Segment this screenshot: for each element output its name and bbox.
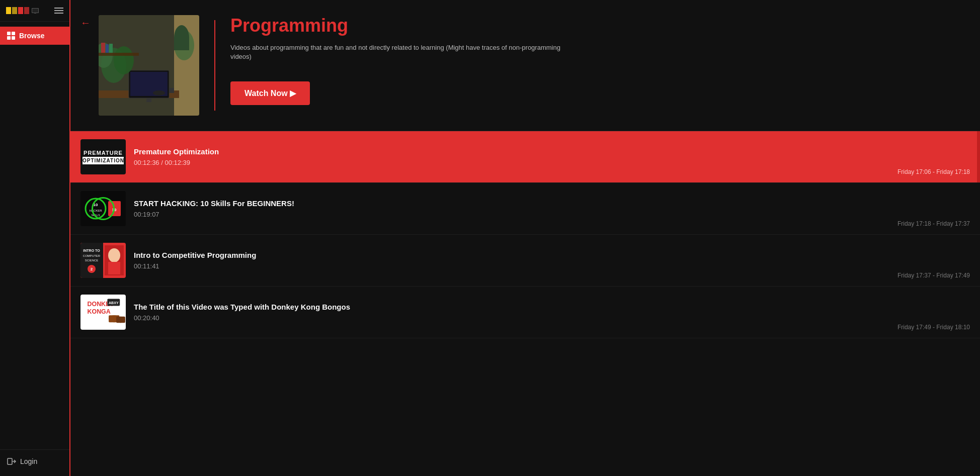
hamburger-icon[interactable]: [54, 8, 63, 14]
svg-text:SCIENCE: SCIENCE: [85, 259, 99, 262]
svg-text:HACKER: HACKER: [89, 209, 102, 212]
svg-point-14: [114, 46, 134, 74]
video-thumbnail: 10 HACKER SKILLS 10: [80, 191, 126, 226]
svg-rect-45: [116, 317, 125, 323]
progress-bar: [977, 131, 980, 182]
video-title: Premature Optimization: [134, 147, 970, 156]
video-title: START HACKING: 10 Skills For BEGINNERS!: [134, 199, 970, 208]
main-content: ←: [70, 0, 980, 476]
browse-button[interactable]: Browse: [0, 27, 69, 45]
video-duration: 00:12:36 / 00:12:39: [134, 159, 970, 166]
svg-text:10: 10: [94, 203, 98, 207]
video-title: The Title of this Video was Typed with D…: [134, 303, 970, 311]
browse-label: Browse: [19, 32, 45, 40]
login-icon: [7, 457, 16, 466]
svg-rect-17: [101, 43, 105, 53]
svg-rect-16: [99, 53, 139, 56]
video-thumbnail: INTRO TO COMPUTER SCIENCE 2: [80, 243, 126, 278]
video-thumbnail: DONKEY KONGA ABXY: [80, 295, 126, 330]
tv-logo-icon: [6, 7, 39, 14]
svg-rect-6: [174, 15, 199, 116]
video-meta: START HACKING: 10 Skills For BEGINNERS! …: [134, 199, 970, 218]
svg-point-20: [153, 90, 165, 96]
video-meta: Premature Optimization 00:12:36 / 00:12:…: [134, 147, 970, 166]
browse-grid-icon: [7, 32, 15, 40]
video-duration: 00:20:40: [134, 314, 970, 322]
video-thumbnail: Premature Optimization: [80, 139, 126, 174]
channel-thumbnail: [99, 15, 199, 116]
svg-rect-11: [146, 98, 151, 102]
video-list: Premature Optimization Premature Optimiz…: [70, 131, 980, 338]
video-meta: Intro to Competitive Programming 00:11:4…: [134, 251, 970, 270]
video-time: Friday 17:49 - Friday 18:10: [897, 324, 970, 331]
channel-title: Programming: [230, 15, 965, 36]
svg-text:ABXY: ABXY: [109, 301, 119, 305]
channel-info: Programming Videos about programming tha…: [230, 15, 965, 105]
channel-description: Videos about programming that are fun an…: [230, 43, 583, 61]
login-label: Login: [20, 457, 37, 465]
svg-rect-21: [169, 88, 174, 93]
video-item[interactable]: INTRO TO COMPUTER SCIENCE 2 Intro to Com…: [70, 235, 980, 287]
svg-text:2: 2: [91, 267, 93, 271]
video-time: Friday 17:06 - Friday 17:18: [897, 168, 970, 175]
channel-divider: [214, 20, 215, 111]
video-time: Friday 17:37 - Friday 17:49: [897, 272, 970, 279]
svg-text:INTRO TO: INTRO TO: [83, 249, 100, 252]
sidebar-bottom: Login: [0, 449, 69, 476]
svg-text:KONGA: KONGA: [88, 308, 111, 315]
sidebar: Browse Login: [0, 0, 70, 476]
svg-rect-27: [108, 201, 121, 216]
video-item[interactable]: Premature Optimization Premature Optimiz…: [70, 131, 980, 183]
watch-now-button[interactable]: Watch Now ▶: [230, 81, 310, 105]
back-button[interactable]: ←: [80, 17, 91, 29]
svg-text:10: 10: [112, 208, 117, 212]
svg-text:COMPUTER: COMPUTER: [83, 254, 101, 257]
svg-rect-19: [109, 44, 113, 53]
svg-rect-38: [108, 262, 120, 274]
video-item[interactable]: 10 HACKER SKILLS 10 START HACKING: 10 Sk…: [70, 183, 980, 235]
video-duration: 00:19:07: [134, 211, 970, 218]
video-title: Intro to Competitive Programming: [134, 251, 970, 259]
video-meta: The Title of this Video was Typed with D…: [134, 303, 970, 322]
svg-rect-3: [8, 458, 12, 464]
svg-text:SKILLS: SKILLS: [92, 214, 101, 217]
svg-point-37: [108, 248, 120, 262]
video-item[interactable]: DONKEY KONGA ABXY The Title of this Vide…: [70, 287, 980, 338]
video-time: Friday 17:18 - Friday 17:37: [897, 220, 970, 227]
svg-rect-1: [32, 9, 38, 13]
login-button[interactable]: Login: [7, 457, 37, 466]
svg-rect-18: [106, 44, 109, 53]
svg-point-15: [174, 30, 194, 60]
video-duration: 00:11:41: [134, 262, 970, 270]
channel-header: ←: [70, 0, 980, 131]
sidebar-header: [0, 0, 69, 22]
